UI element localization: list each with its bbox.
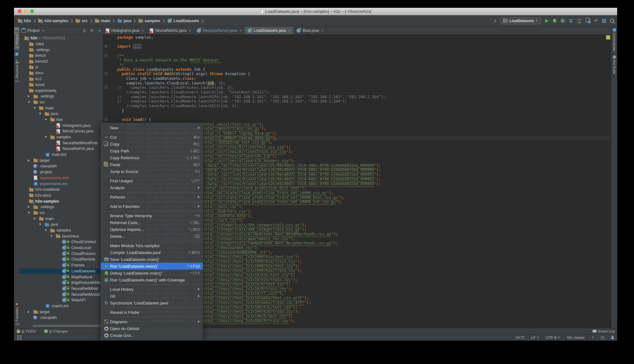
collapse-arrow-icon[interactable] [39,113,41,115]
tree-item-docs[interactable]: docs [19,70,103,76]
updown-icon[interactable]: ⇕ [592,336,594,339]
expand-arrow-icon[interactable] [28,95,30,98]
collapse-arrow-icon[interactable] [50,235,53,237]
breadcrumb-item-src[interactable]: src [75,18,88,24]
close-tab-icon[interactable]: × [239,29,241,32]
fold-collapse-icon[interactable]: − [105,54,108,57]
menu-item-open-on-github[interactable]: Open on GitHub [101,325,203,332]
collapse-arrow-icon[interactable] [39,223,41,225]
coverage-icon[interactable] [561,19,565,23]
collapse-arrow-icon[interactable] [33,107,36,109]
mac-title-bar[interactable]: LoadDatasets.java – [h2o-samples] – h2o … [14,8,617,15]
breadcrumb-item-samples[interactable]: samples [138,18,161,24]
menu-item-reformat-code-[interactable]: Reformat Code...⌥⌘L [101,219,203,226]
tree-item-Histograms.java[interactable]: Histograms.java [19,122,103,128]
tree-item-hex[interactable]: hex [19,117,103,123]
tree-item-CloudRemote[interactable]: CCloudRemote [19,256,103,262]
close-tab-icon[interactable]: × [189,29,191,32]
tree-item-.settings[interactable]: .settings [19,93,103,99]
tree-item-.settings[interactable]: .settings [19,47,103,53]
tree-item-h2o-samples[interactable]: h2o-samples [19,198,103,204]
tree-item-ec2[interactable]: ec2 [19,76,103,82]
menu-item-optimize-imports-[interactable]: Optimize Imports...⌥⌘O [101,226,203,233]
tree-item-WebAPI[interactable]: CWebAPI [19,297,103,303]
breadcrumb-item-h2o[interactable]: h2o [17,18,31,24]
tree-item-main[interactable]: main [19,105,103,111]
menu-item-add-to-favorites[interactable]: Add to Favorites [101,203,203,210]
menu-item-git[interactable]: Git [101,293,203,299]
tree-item-.idea[interactable]: .idea [19,41,103,47]
collapse-arrow-icon[interactable] [45,136,47,138]
tree-item-NeuralNetMnistPretr[interactable]: NeuralNetMnistPretr [19,140,103,146]
tree-item-target[interactable]: target [19,309,103,315]
menu-item-new[interactable]: New [101,124,203,131]
tree-item-h2o-docs[interactable]: h2o-docs [19,193,103,199]
tree-item-main.iml[interactable]: main.iml [19,152,103,158]
tree-item-bench2[interactable]: bench2 [19,59,103,65]
tree-item-NeuralNetMnistD[interactable]: CNeuralNetMnistD [19,291,103,297]
tree-item-excel[interactable]: excel [19,82,103,88]
run-icon[interactable] [545,19,549,23]
menu-item-reveal-in-finder[interactable]: Reveal in Finder [101,309,203,316]
tree-item-experiments.eml[interactable]: experiments.eml [19,175,103,181]
tree-item-h2o[interactable]: h2o (~/Source/h2o) [19,35,103,41]
breadcrumb-item-main[interactable]: main [94,18,111,24]
breadcrumb-item-java[interactable]: java [117,18,132,24]
changes-tool-button[interactable]: 9: Changes [44,329,68,333]
tree-item-.classpath[interactable]: .classpath [19,315,103,321]
menu-item-local-history[interactable]: Local History [101,286,203,293]
tree-item-LoadDatasets[interactable]: CLoadDatasets [19,268,103,274]
tree-horizontal-scrollbar[interactable] [33,325,100,327]
menu-item-find-usages[interactable]: Find Usages⌥F7 [101,177,203,184]
collapse-arrow-icon[interactable] [45,119,47,121]
tree-item-java[interactable]: java [19,222,103,228]
git-branch-widget[interactable]: Git: master [567,336,584,339]
menu-item-copy-path[interactable]: Copy Path⇧⌘C [101,147,203,154]
editor-tab-NeuralNetViz.java[interactable]: NeuralNetViz.java× [147,27,194,34]
undo-icon[interactable]: ↶ [594,19,598,23]
editor-tab-Histograms.java[interactable]: Histograms.java× [103,27,147,34]
collapse-arrow-icon[interactable] [28,212,30,214]
fold-collapse-icon[interactable]: − [105,86,108,89]
tree-item-MnistCanvas.java[interactable]: MnistCanvas.java [19,128,103,134]
collapse-arrow-icon[interactable] [28,101,30,103]
tree-item-src[interactable]: src [19,99,103,105]
tree-item-CloudConnect[interactable]: CCloudConnect [19,239,103,245]
close-tab-icon[interactable]: × [288,29,290,32]
hector-inspector-icon[interactable] [611,336,614,339]
gear-icon[interactable]: ⚙ [90,29,94,32]
tree-item-bench[interactable]: bench [19,53,103,59]
tree-item-NeuralNetMnist[interactable]: CNeuralNetMnist [19,286,103,292]
tree-item-h2o-cookbook[interactable]: h2o-cookbook [19,187,103,193]
tree-item-.classpath[interactable]: .classpath [19,163,103,169]
sort-lines-icon[interactable]: ↓01 10 [492,19,496,23]
vcs-commit-icon[interactable]: VCS [577,19,582,23]
editor-tab-Boot.java[interactable]: CBoot.java× [294,27,327,34]
expand-arrow-icon[interactable] [28,159,30,162]
menu-item-paste[interactable]: Paste⌘V [101,161,203,168]
tree-item-.settings[interactable]: .settings [19,204,103,210]
menu-item-diagrams[interactable]: Diagrams [101,318,203,325]
menu-item-copy[interactable]: Copy⌘C [101,141,203,147]
editor-tab-LoadDatasets.java[interactable]: CLoadDatasets.java× [245,27,294,34]
close-window-icon[interactable] [18,9,22,13]
tree-item-ci[interactable]: ci [19,64,103,70]
close-tab-icon[interactable]: × [142,29,144,32]
lock-icon[interactable] [601,337,604,339]
vcs-update-icon[interactable]: VCS [569,19,573,23]
tree-item-Frames[interactable]: CFrames [19,262,103,268]
tree-item-main3.iml[interactable]: main3.iml [19,303,103,309]
tree-item-launchers[interactable]: launchers [19,233,103,239]
breadcrumb-item-h2o-samples[interactable]: h2o-samples [37,18,69,24]
menu-item-run-loaddatasets-main-with-coverage[interactable]: Run 'LoadDatasets.main()' with Coverage [101,276,203,283]
tree-item-CloudLocal[interactable]: CCloudLocal [19,245,103,251]
tree-item-java[interactable]: java [19,111,103,117]
breadcrumb-item-LoadDatasets[interactable]: CLoadDatasets [167,18,199,24]
encoding-selector[interactable]: UTF-8⇕ [546,336,560,339]
tree-item-samples[interactable]: samples [19,134,103,140]
tree-item-src[interactable]: src [19,210,103,216]
menu-item-debug-loaddatasets-main-[interactable]: Debug 'LoadDatasets.main()'^⇧F9 [101,270,203,276]
toolwindow-toggle-icon[interactable] [17,335,22,340]
tool-strip-button-7: Structure[interactable]: 7: Structure [14,58,19,84]
fold-collapse-icon[interactable]: − [105,72,108,75]
